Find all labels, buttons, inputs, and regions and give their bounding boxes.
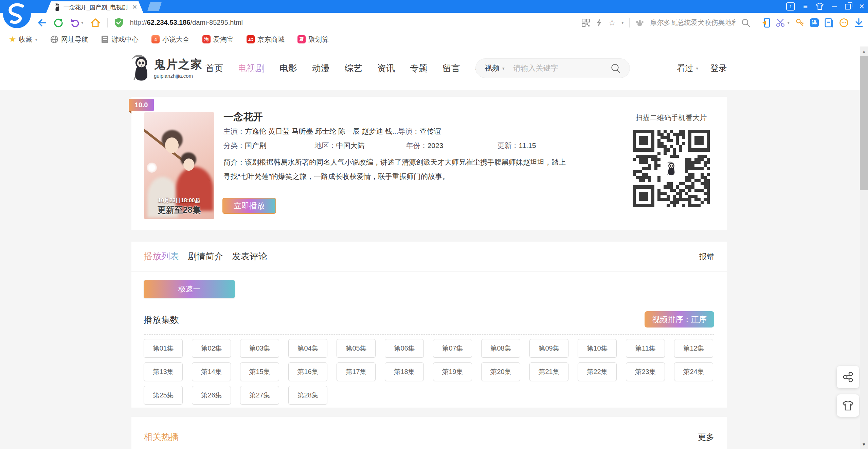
nav-item-tv[interactable]: 电视剧 (238, 62, 265, 74)
search-submit-icon[interactable] (611, 63, 621, 73)
episode-button[interactable]: 第14集 (192, 362, 231, 381)
proxy-dots-icon[interactable] (839, 18, 849, 27)
scroll-down-icon[interactable] (860, 440, 868, 448)
translate-icon[interactable]: 译 (810, 18, 819, 27)
flash-speed-icon[interactable] (596, 18, 602, 27)
nav-item-news[interactable]: 资讯 (377, 62, 395, 74)
episode-button[interactable]: 第05集 (337, 339, 376, 358)
episode-button[interactable]: 第28集 (288, 386, 327, 405)
episode-button[interactable]: 第04集 (288, 339, 327, 358)
tab-playlist[interactable]: 播放列表 (144, 250, 179, 262)
episode-button[interactable]: 第19集 (433, 362, 472, 381)
back-icon[interactable] (37, 18, 47, 27)
home-icon[interactable] (90, 18, 101, 27)
bookmark-novels[interactable]: 4 小说大全 (151, 35, 189, 44)
episode-button[interactable]: 第17集 (337, 362, 376, 381)
site-logo[interactable]: 鬼片之家 guipianzhijia.com (131, 54, 203, 81)
episode-button[interactable]: 第20集 (481, 362, 520, 381)
sogou-browser-logo-icon[interactable] (2, 0, 32, 29)
minimize-icon[interactable]: ─ (832, 3, 837, 10)
page-scrollbar[interactable] (860, 46, 868, 449)
bookmark-game-center[interactable]: 游戏中心 (101, 35, 139, 44)
cast-row: 主演：方逸伦 黄日莹 马昕墨 邱士纶 陈一辰 赵梦迪 钱...导演：查传谊 (223, 127, 441, 136)
episode-button[interactable]: 第18集 (385, 362, 424, 381)
refresh-icon[interactable] (54, 18, 63, 27)
screenshot-scissors-icon[interactable] (776, 18, 790, 27)
episode-button[interactable]: 第13集 (144, 362, 183, 381)
watch-history-link[interactable]: 看过 (677, 63, 698, 74)
security-shield-icon[interactable] (114, 18, 123, 28)
browser-tab[interactable]: 一念花开_国产剧_电视剧 ✕ (46, 1, 143, 13)
login-link[interactable]: 登录 (710, 63, 727, 74)
episode-button[interactable]: 第02集 (192, 339, 231, 358)
scroll-up-icon[interactable] (860, 47, 868, 55)
episode-button[interactable]: 第01集 (144, 339, 183, 358)
share-icon (842, 371, 854, 383)
episode-button[interactable]: 第24集 (674, 362, 713, 381)
tab-comments[interactable]: 发表评论 (232, 250, 267, 262)
episode-button[interactable]: 第26集 (192, 386, 231, 405)
search-input[interactable]: 请输入关键字 (513, 63, 611, 73)
episode-button[interactable]: 第21集 (529, 362, 568, 381)
favorite-star-icon[interactable]: ☆ (608, 19, 616, 27)
episode-button[interactable]: 第10集 (578, 339, 617, 358)
send-to-phone-icon[interactable] (762, 18, 770, 28)
hot-search-text[interactable]: 摩尔多瓦总统爱犬咬伤奥地利总 (650, 18, 736, 27)
search-category-select[interactable]: 视频 (485, 63, 505, 73)
bookmark-site-nav[interactable]: 网址导航 (50, 35, 88, 44)
episode-button[interactable]: 第06集 (385, 339, 424, 358)
episode-button[interactable]: 第03集 (240, 339, 279, 358)
tab-synopsis[interactable]: 剧情简介 (188, 250, 223, 262)
nav-item-home[interactable]: 首页 (205, 62, 223, 74)
download-icon[interactable] (854, 18, 863, 27)
episode-button[interactable]: 第16集 (288, 362, 327, 381)
chevron-down-icon[interactable] (621, 20, 624, 25)
episode-button[interactable]: 第23集 (626, 362, 665, 381)
episode-button[interactable]: 第15集 (240, 362, 279, 381)
share-button[interactable] (837, 366, 859, 388)
episode-button[interactable]: 第09集 (529, 339, 568, 358)
search-box[interactable]: 视频 请输入关键字 (475, 58, 630, 78)
facts-row: 分类：国产剧 地区：中国大陆 年份：2023 更新：11.15 (223, 141, 536, 150)
nav-item-variety[interactable]: 综艺 (345, 62, 362, 74)
skin-button[interactable] (837, 394, 859, 417)
scrollbar-thumb[interactable] (860, 56, 868, 190)
skin-theme-icon[interactable] (816, 3, 824, 10)
nav-item-message[interactable]: 留言 (442, 62, 460, 74)
tab-count-badge[interactable]: 1 (786, 2, 795, 11)
nav-item-movie[interactable]: 电影 (279, 62, 297, 74)
undo-icon[interactable] (70, 18, 84, 27)
reading-list-icon[interactable] (825, 18, 833, 27)
address-bar[interactable]: http://62.234.53.186/dami-85295.html (130, 19, 243, 26)
qr-scan-icon[interactable] (582, 19, 590, 27)
menu-icon[interactable]: ≡ (803, 3, 808, 10)
url-path: /dami-85295.html (190, 19, 243, 26)
bookmark-favorites[interactable]: 收藏 (9, 35, 37, 44)
episode-button[interactable]: 第25集 (144, 386, 183, 405)
nav-item-anime[interactable]: 动漫 (312, 62, 330, 74)
search-icon[interactable] (741, 18, 750, 27)
episode-button[interactable]: 第11集 (626, 339, 665, 358)
related-more-link[interactable]: 更多 (698, 432, 714, 443)
chevron-down-icon[interactable] (81, 20, 84, 25)
bookmark-jd-mall[interactable]: JD 京东商城 (247, 35, 285, 44)
episode-button[interactable]: 第12集 (674, 339, 713, 358)
close-window-icon[interactable]: ✕ (859, 3, 865, 10)
nav-item-special[interactable]: 专题 (410, 62, 428, 74)
episode-button[interactable]: 第22集 (578, 362, 617, 381)
report-error-link[interactable]: 报错 (699, 251, 714, 262)
play-now-button[interactable]: 立即播放 (222, 198, 276, 214)
sort-order-button[interactable]: 视频排序：正序 (645, 311, 714, 328)
baidu-paw-icon[interactable] (635, 18, 644, 27)
episode-button[interactable]: 第07集 (433, 339, 472, 358)
chevron-down-icon[interactable] (787, 20, 790, 25)
movie-poster[interactable]: 10月23日18:00起 更新至28集 (144, 112, 214, 219)
source-speed-button[interactable]: 极速一 (144, 280, 235, 298)
tab-close-icon[interactable]: ✕ (132, 4, 137, 10)
bookmark-aitaobao[interactable]: 淘 爱淘宝 (202, 35, 234, 44)
episode-button[interactable]: 第08集 (481, 339, 520, 358)
restore-window-icon[interactable] (845, 4, 851, 10)
episode-button[interactable]: 第27集 (240, 386, 279, 405)
password-key-icon[interactable] (795, 18, 804, 27)
bookmark-juhuasuan[interactable]: 聚 聚划算 (297, 35, 329, 44)
